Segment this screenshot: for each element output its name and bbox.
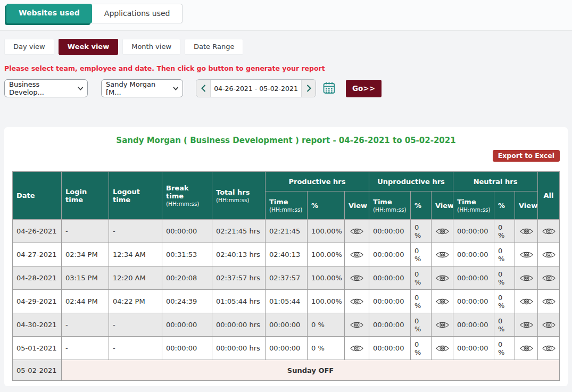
report-type-tabs: Websites used Applications used [6, 4, 183, 23]
table-row: 04-29-202102:44 PM04:22 PM00:24:3901:05:… [13, 290, 560, 313]
eye-icon [436, 297, 449, 306]
header-time-format: (HH:mm:ss) [373, 206, 407, 213]
neutral-time-cell: 00:00:00 [453, 220, 494, 243]
productive-view-button[interactable] [345, 220, 369, 243]
break-time-cell: 00:24:39 [162, 290, 212, 313]
calendar-icon [323, 81, 335, 94]
date-range-field[interactable]: 04-26-2021 - 05-02-2021 [211, 80, 301, 97]
tab-applications-used[interactable]: Applications used [92, 4, 183, 23]
tab-date-range[interactable]: Date Range [185, 39, 243, 55]
header-unproductive-view: View [432, 191, 453, 220]
login-time-cell: - [62, 313, 109, 337]
table-row: 04-30-2021--00:00:0000:00:00 hrs00:00:00… [13, 313, 560, 337]
neutral-pct-cell: 0 % [494, 313, 515, 337]
header-productive-hrs: Productive hrs [266, 172, 369, 191]
header-break-time-label: Break time [166, 184, 189, 200]
unproductive-view-button[interactable] [432, 313, 453, 337]
header-total-hrs-label: Total hrs [216, 188, 250, 196]
unproductive-pct-cell: 0 % [411, 266, 432, 290]
unproductive-view-button[interactable] [432, 266, 453, 290]
logout-time-cell: 12:34 AM [109, 243, 162, 266]
team-select[interactable]: Business Develop... [4, 79, 88, 97]
all-view-button[interactable] [538, 243, 560, 266]
tab-websites-used[interactable]: Websites used [6, 4, 92, 23]
eye-icon [542, 297, 556, 306]
unproductive-view-button[interactable] [432, 290, 453, 313]
report-table-body: 04-26-2021--00:00:0002:21:45 hrs02:21:45… [13, 220, 560, 381]
eye-icon [436, 321, 449, 329]
productive-view-button[interactable] [345, 313, 369, 337]
productive-time-cell: 01:05:44 [266, 290, 308, 313]
header-date: Date [13, 172, 62, 220]
productive-pct-cell: 0 % [308, 313, 345, 337]
neutral-view-button[interactable] [515, 313, 538, 337]
all-view-button[interactable] [538, 220, 560, 243]
logout-time-cell: 04:22 PM [109, 290, 162, 313]
date-cell: 05-02-2021 [13, 360, 62, 381]
instruction-text: Please select team, employee and date. T… [4, 64, 568, 72]
header-neutral-pct: % [494, 191, 515, 220]
top-tab-bar: Websites used Applications used [0, 0, 572, 31]
neutral-view-button[interactable] [515, 220, 538, 243]
next-week-button[interactable] [301, 80, 316, 97]
calendar-button[interactable] [323, 81, 335, 96]
header-time-format: (HH:mm:ss) [269, 206, 303, 213]
header-all: All [538, 172, 560, 220]
total-hrs-cell: 02:40:13 hrs [212, 243, 266, 266]
header-neutral-hrs: Neutral hrs [453, 172, 538, 191]
neutral-view-button[interactable] [515, 290, 538, 313]
eye-icon [436, 344, 449, 353]
neutral-pct-cell: 0 % [494, 220, 515, 243]
header-unproductive-pct: % [411, 191, 432, 220]
neutral-time-cell: 00:00:00 [453, 243, 494, 266]
unproductive-pct-cell: 0 % [411, 243, 432, 266]
previous-week-button[interactable] [196, 80, 211, 97]
employee-select[interactable]: Sandy Morgan [M... [101, 79, 183, 97]
report-table: Date Login time Logout time Break time (… [12, 171, 560, 381]
header-unproductive-time: Time (HH:mm:ss) [369, 191, 411, 220]
unproductive-view-button[interactable] [432, 243, 453, 266]
tab-day-view[interactable]: Day view [4, 39, 54, 55]
go-button[interactable]: Go>> [346, 80, 382, 97]
neutral-view-button[interactable] [515, 243, 538, 266]
break-time-cell: 00:20:08 [162, 266, 212, 290]
all-view-button[interactable] [538, 337, 560, 360]
table-header: Date Login time Logout time Break time (… [13, 172, 560, 220]
productive-view-button[interactable] [345, 290, 369, 313]
date-cell: 04-27-2021 [13, 243, 62, 266]
productive-pct-cell: 100.00% [308, 220, 345, 243]
break-time-cell: 00:00:00 [162, 313, 212, 337]
productive-view-button[interactable] [345, 266, 369, 290]
header-time-format: (HH:mm:ss) [457, 206, 490, 213]
all-view-button[interactable] [538, 290, 560, 313]
sunday-off-row: 05-02-2021Sunday OFF [13, 360, 560, 381]
tab-month-view[interactable]: Month view [122, 39, 180, 55]
productive-time-cell: 00:00:00 [266, 337, 308, 360]
eye-icon [520, 227, 533, 236]
header-time-label: Time [373, 198, 392, 206]
tab-week-view[interactable]: Week view [59, 39, 118, 55]
neutral-view-button[interactable] [515, 337, 538, 360]
unproductive-time-cell: 00:00:00 [369, 337, 411, 360]
productive-pct-cell: 0 % [308, 337, 345, 360]
eye-icon [350, 251, 363, 259]
neutral-view-button[interactable] [515, 266, 538, 290]
productive-time-cell: 02:37:57 [266, 266, 308, 290]
unproductive-view-button[interactable] [432, 337, 453, 360]
productive-pct-cell: 100.00% [308, 243, 345, 266]
table-row: 04-26-2021--00:00:0002:21:45 hrs02:21:45… [13, 220, 560, 243]
unproductive-view-button[interactable] [432, 220, 453, 243]
report-title: Sandy Morgan ( Business Development ) re… [4, 136, 568, 145]
productive-view-button[interactable] [345, 243, 369, 266]
export-to-excel-button[interactable]: Export to Excel [493, 150, 560, 162]
break-time-cell: 00:00:00 [162, 220, 212, 243]
date-cell: 04-29-2021 [13, 290, 62, 313]
all-view-button[interactable] [538, 313, 560, 337]
eye-icon [542, 251, 556, 259]
eye-icon [350, 344, 363, 353]
sunday-off-cell: Sunday OFF [62, 360, 560, 381]
productive-time-cell: 02:40:13 [266, 243, 308, 266]
productive-view-button[interactable] [345, 337, 369, 360]
eye-icon [350, 297, 363, 306]
all-view-button[interactable] [538, 266, 560, 290]
